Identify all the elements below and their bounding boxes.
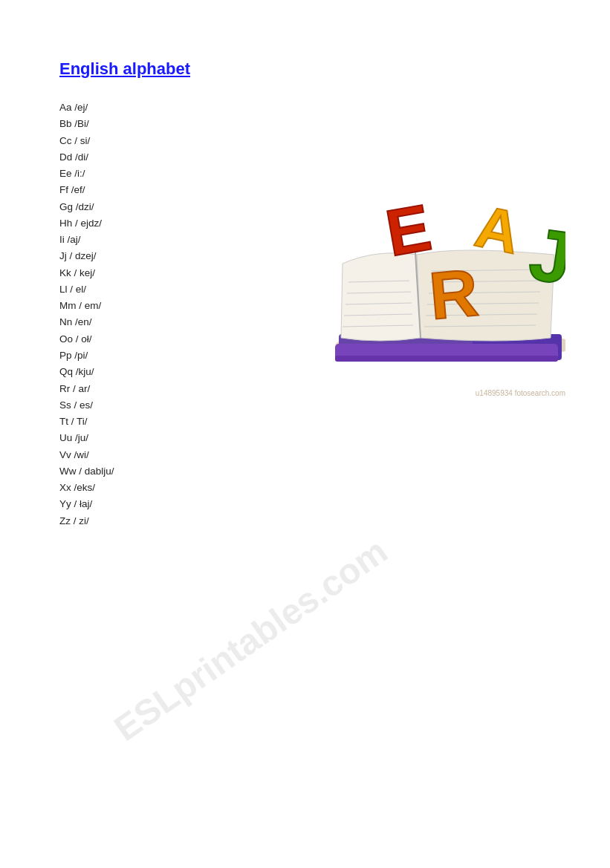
alphabet-item: Tt / Ti/ [59,414,551,430]
page: English alphabet Aa /ej/Bb /Bi/Cc / si/D… [0,0,610,868]
page-title: English alphabet [59,59,551,79]
book-illustration-area: E A R J u14895934 fotosearch.com [328,163,565,401]
esl-watermark: ESLprintables.com [107,530,395,748]
alphabet-item: Yy / łaj/ [59,496,551,512]
image-watermark: u14895934 fotosearch.com [476,389,565,397]
alphabet-item: Cc / si/ [59,133,551,149]
alphabet-item: Zz / zi/ [59,513,551,529]
alphabet-item: Xx /eks/ [59,480,551,496]
alphabet-item: Aa /ej/ [59,99,551,116]
svg-text:R: R [426,255,481,333]
book-svg: E A R J [328,163,565,401]
svg-text:J: J [525,212,565,300]
alphabet-item: Bb /Bi/ [59,116,551,132]
alphabet-item: Vv /wi/ [59,447,551,463]
svg-rect-20 [335,356,558,362]
alphabet-item: Uu /ju/ [59,430,551,446]
alphabet-item: Ww / dablju/ [59,463,551,480]
